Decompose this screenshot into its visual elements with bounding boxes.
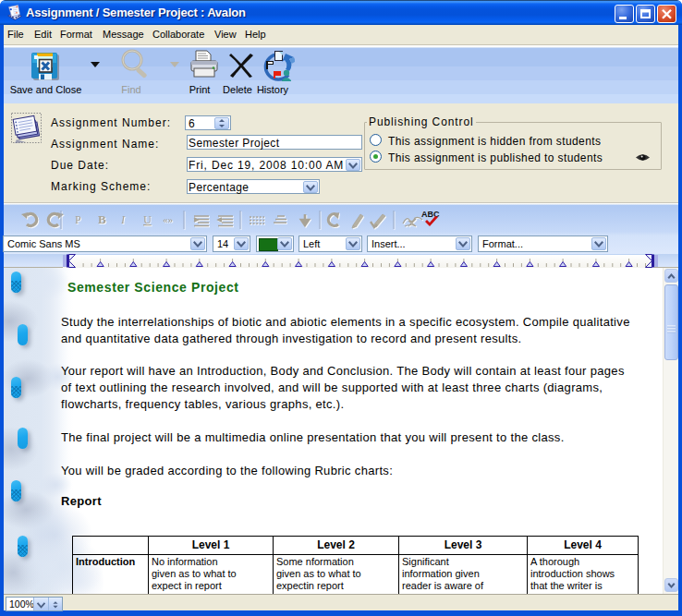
svg-text:B: B xyxy=(98,212,106,226)
svg-text:U: U xyxy=(143,213,152,226)
svg-text:P: P xyxy=(75,213,81,226)
svg-text:«»: «» xyxy=(163,213,173,224)
svg-text:I: I xyxy=(120,213,126,226)
